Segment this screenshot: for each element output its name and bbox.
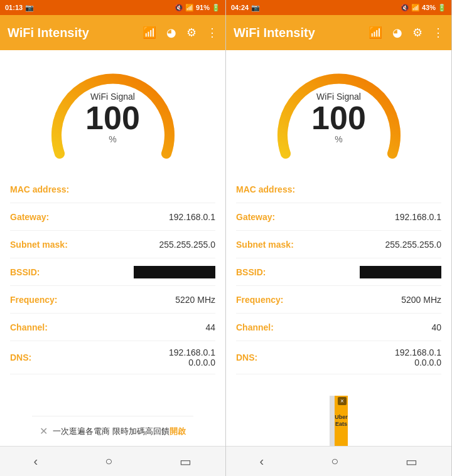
freq-value-left: 5220 MHz [175,295,215,305]
bssid-bar-right [360,266,441,278]
info-table-right: MAC address: Gateway: 192.168.0.1 Subnet… [226,169,451,381]
channel-value-right: 40 [431,322,441,332]
battery-icon-right: 🔋 [438,4,446,12]
ad-btn-left[interactable]: 開啟 [170,426,186,437]
gateway-value-right: 192.168.0.1 [395,212,441,222]
channel-value-left: 44 [205,322,215,332]
bssid-bar-left [134,266,215,278]
channel-row-left: Channel: 44 [10,314,215,341]
battery-icon-left: 🔋 [212,4,220,12]
bssid-label-left: BSSID: [10,267,40,277]
battery-right: 43% [422,4,436,11]
recent-btn-left[interactable]: ▭ [167,449,204,474]
gateway-row-right: Gateway: 192.168.0.1 [236,203,441,231]
mac-label-right: MAC address: [236,184,295,194]
freq-label-right: Frequency: [236,295,283,305]
dns-label-left: DNS: [10,352,31,362]
speed-icon-right[interactable]: ◕ [392,26,402,40]
subnet-value-left: 255.255.255.0 [159,240,215,250]
recent-btn-right[interactable]: ▭ [393,449,430,474]
mac-row-right: MAC address: [236,176,441,203]
status-bar-left: 01:13 📷 🔇 📶 91% 🔋 [0,0,225,15]
main-content-left: WiFi Signal 100 % MAC address: Gateway: … [0,50,225,446]
gauge-section-right: WiFi Signal 100 % [226,50,451,169]
ad-x-btn-right[interactable]: × [338,397,347,405]
subnet-row-left: Subnet mask: 255.255.255.0 [10,231,215,258]
bssid-label-right: BSSID: [236,267,266,277]
freq-value-right: 5200 MHz [401,295,441,305]
settings-icon-right[interactable]: ⚙ [412,26,422,40]
freq-row-right: Frequency: 5200 MHz [236,286,441,314]
dns-label-right: DNS: [236,352,257,362]
camera-icon: 📷 [25,4,34,12]
gateway-row-left: Gateway: 192.168.0.1 [10,203,215,231]
subnet-label-left: Subnet mask: [10,240,68,250]
app-title-left: WiFi Intensity [8,26,143,40]
ad-strip-right: UberEats × [330,396,348,446]
mac-label-left: MAC address: [10,184,69,194]
dns-row-right: DNS: 192.168.0.10.0.0.0 [236,341,441,374]
subnet-row-right: Subnet mask: 255.255.255.0 [236,231,441,258]
wifi-icon-left[interactable]: 📶 [143,26,156,40]
gauge-text-left: WiFi Signal 100 % [85,92,140,144]
home-btn-right[interactable]: ○ [318,449,351,473]
nav-bar-left: ‹ ○ ▭ [0,446,225,476]
gateway-label-right: Gateway: [236,212,275,222]
left-phone-panel: 01:13 📷 🔇 📶 91% 🔋 WiFi Intensity 📶 ◕ ⚙ ⋮ [0,0,226,476]
mute-icon-right: 🔇 [401,4,409,12]
gauge-section-left: WiFi Signal 100 % [0,50,225,169]
more-icon-left[interactable]: ⋮ [207,26,218,40]
main-content-right: WiFi Signal 100 % MAC address: Gateway: … [226,50,451,446]
freq-row-left: Frequency: 5220 MHz [10,286,215,314]
ad-text-left: 一次逛遍各電商 限時加碼高回饋 [53,426,170,437]
app-bar-left: WiFi Intensity 📶 ◕ ⚙ ⋮ [0,15,225,50]
app-bar-right: WiFi Intensity 📶 ◕ ⚙ ⋮ [226,15,451,50]
gauge-value-left: 100 [85,102,140,134]
gateway-value-left: 192.168.0.1 [169,212,215,222]
freq-label-left: Frequency: [10,295,57,305]
wifi-signal-right: 📶 [411,4,420,12]
dns-value-right: 192.168.0.10.0.0.0 [395,347,441,368]
back-btn-right[interactable]: ‹ [247,449,277,473]
channel-label-right: Channel: [236,322,274,332]
dns-row-left: DNS: 192.168.0.10.0.0.0 [10,341,215,374]
battery-left: 91% [196,4,210,11]
camera-icon-right: 📷 [251,4,260,12]
bottom-banner-left: ✕ 一次逛遍各電商 限時加碼高回饋 開啟 [32,416,193,446]
gauge-text-right: WiFi Signal 100 % [311,92,366,144]
settings-icon-left[interactable]: ⚙ [186,26,196,40]
mac-row-left: MAC address: [10,176,215,203]
channel-label-left: Channel: [10,322,48,332]
wifi-signal-left: 📶 [185,4,194,12]
gauge-value-right: 100 [311,102,366,134]
channel-row-right: Channel: 40 [236,314,441,341]
mute-icon: 🔇 [175,4,183,12]
bssid-row-right: BSSID: [236,258,441,286]
app-title-right: WiFi Intensity [234,26,369,40]
info-table-left: MAC address: Gateway: 192.168.0.1 Subnet… [0,169,225,381]
time-right: 04:24 [231,4,249,11]
back-btn-left[interactable]: ‹ [21,449,51,473]
gateway-label-left: Gateway: [10,212,49,222]
bssid-row-left: BSSID: [10,258,215,286]
subnet-value-right: 255.255.255.0 [385,240,441,250]
nav-bar-right: ‹ ○ ▭ [226,446,451,476]
status-bar-right: 04:24 📷 🔇 📶 43% 🔋 [226,0,451,15]
time-left: 01:13 [5,4,23,11]
wifi-icon-right[interactable]: 📶 [369,26,382,40]
speed-icon-left[interactable]: ◕ [166,26,176,40]
right-phone-panel: 04:24 📷 🔇 📶 43% 🔋 WiFi Intensity 📶 ◕ ⚙ ⋮ [226,0,452,476]
subnet-label-right: Subnet mask: [236,240,294,250]
home-btn-left[interactable]: ○ [92,449,125,473]
gauge-container-left: WiFi Signal 100 % [44,63,182,163]
dns-value-left: 192.168.0.10.0.0.0 [169,347,215,368]
more-icon-right[interactable]: ⋮ [433,26,444,40]
ad-close-left[interactable]: ✕ [40,425,48,437]
gauge-container-right: WiFi Signal 100 % [270,63,408,163]
